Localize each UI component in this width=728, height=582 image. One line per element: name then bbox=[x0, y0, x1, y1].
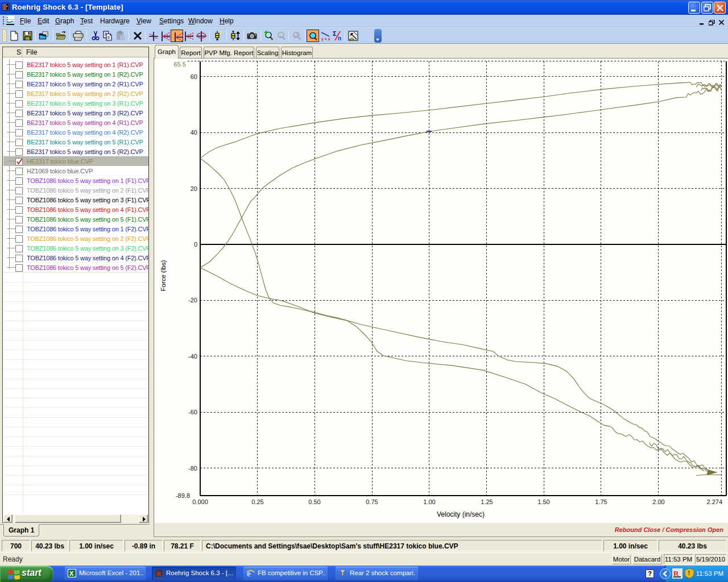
svg-text:0: 0 bbox=[194, 241, 197, 248]
svg-text:1.00: 1.00 bbox=[423, 498, 435, 505]
svg-text:65.5: 65.5 bbox=[174, 61, 186, 68]
svg-text:20: 20 bbox=[191, 185, 197, 192]
svg-text:0.25: 0.25 bbox=[251, 498, 263, 505]
svg-text:1.25: 1.25 bbox=[481, 498, 493, 505]
svg-text:R: R bbox=[673, 569, 679, 577]
svg-text:-80: -80 bbox=[188, 465, 197, 472]
svg-text:y = x: y = x bbox=[321, 37, 330, 41]
svg-text:2.00: 2.00 bbox=[652, 498, 664, 505]
svg-text:!: ! bbox=[688, 569, 690, 576]
svg-text:R: R bbox=[156, 570, 162, 577]
svg-text:1.75: 1.75 bbox=[595, 498, 607, 505]
svg-text:X: X bbox=[69, 570, 74, 577]
svg-text:0.75: 0.75 bbox=[366, 498, 378, 505]
svg-text:0.50: 0.50 bbox=[308, 498, 320, 505]
svg-text:1.50: 1.50 bbox=[537, 498, 549, 505]
svg-text:-40: -40 bbox=[188, 353, 197, 360]
svg-text:Force (lbs): Force (lbs) bbox=[160, 260, 167, 291]
svg-text:-89.8: -89.8 bbox=[176, 492, 190, 499]
svg-text:-60: -60 bbox=[188, 409, 197, 415]
svg-text:Σ: Σ bbox=[333, 30, 337, 37]
svg-text:2.274: 2.274 bbox=[706, 498, 722, 505]
svg-text:Rebound Close / Compression Op: Rebound Close / Compression Open bbox=[615, 526, 724, 533]
svg-text:40: 40 bbox=[191, 129, 197, 136]
svg-text:Velocity (in/sec): Velocity (in/sec) bbox=[437, 510, 485, 518]
svg-text:0.000: 0.000 bbox=[192, 498, 208, 505]
svg-text:60: 60 bbox=[191, 73, 197, 80]
svg-text:-20: -20 bbox=[188, 297, 197, 304]
svg-text:n: n bbox=[338, 35, 341, 41]
